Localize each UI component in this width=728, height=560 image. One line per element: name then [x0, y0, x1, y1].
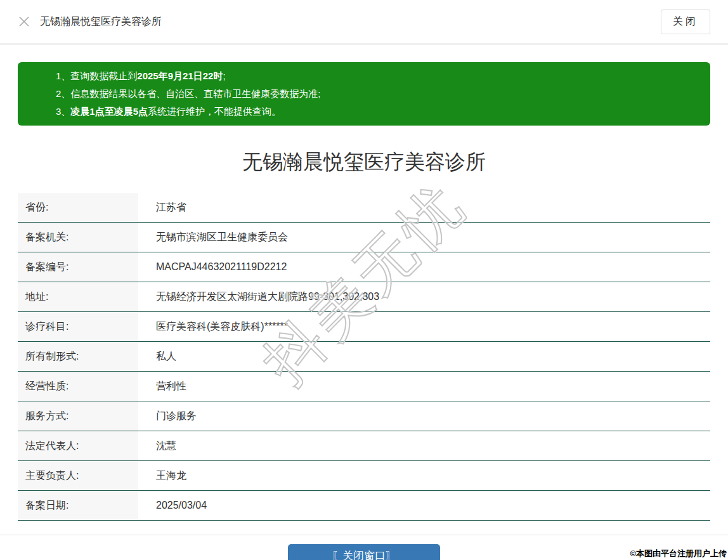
row-label: 法定代表人:	[18, 431, 138, 460]
notice-line-2-pre: 信息数据结果以各省、自治区、直辖市卫生健康委数据为准;	[70, 88, 320, 99]
row-label: 经营性质:	[18, 372, 138, 401]
notice-banner: 1、查询数据截止到2025年9月21日22时; 2、信息数据结果以各省、自治区、…	[18, 62, 710, 126]
row-value: 医疗美容科(美容皮肤科)******	[138, 312, 288, 341]
topbar: 无锡瀚晨悦玺医疗美容诊所 关闭	[0, 0, 728, 45]
window-title: 无锡瀚晨悦玺医疗美容诊所	[40, 15, 162, 29]
table-row-main-person-in-charge: 主要负责人: 王海龙	[18, 461, 710, 491]
row-value: 沈慧	[138, 431, 176, 460]
table-row-filing-authority: 备案机关: 无锡市滨湖区卫生健康委员会	[18, 223, 710, 252]
row-label: 备案编号:	[18, 252, 138, 282]
notice-line-3-bold: 凌晨1点至凌晨5点	[70, 106, 148, 117]
table-row-business-nature: 经营性质: 营利性	[18, 372, 710, 401]
row-value: 营利性	[138, 372, 186, 401]
notice-line-3: 3、凌晨1点至凌晨5点系统进行维护，不能提供查询。	[56, 103, 698, 120]
footer: 〖关闭窗口〗	[0, 535, 728, 560]
notice-line-1-num: 1、	[56, 70, 70, 81]
close-window-button[interactable]: 〖关闭窗口〗	[288, 544, 440, 560]
notice-line-2: 2、信息数据结果以各省、自治区、直辖市卫生健康委数据为准;	[56, 85, 698, 103]
table-row-filing-number: 备案编号: MACPAJ44632021119D2212	[18, 252, 710, 282]
table-row-medical-subjects: 诊疗科目: 医疗美容科(美容皮肤科)******	[18, 312, 710, 342]
table-row-ownership-form: 所有制形式: 私人	[18, 342, 710, 372]
row-label: 服务方式:	[18, 401, 138, 431]
row-value: 2025/03/04	[138, 491, 207, 520]
close-x-icon-svg	[18, 16, 30, 27]
copyright-note: ©本图由平台注册用户上传	[630, 548, 727, 559]
row-label: 备案机关:	[18, 223, 138, 252]
row-value: 私人	[138, 342, 176, 371]
row-label: 地址:	[18, 282, 138, 311]
row-value: 江苏省	[138, 193, 186, 222]
row-value: 王海龙	[138, 461, 186, 490]
row-label: 省份:	[18, 193, 138, 222]
table-row-filing-date: 备案日期: 2025/03/04	[18, 491, 710, 521]
notice-line-1-bold: 2025年9月21日22时	[137, 70, 223, 81]
row-value: 门诊服务	[138, 401, 197, 431]
table-row-province: 省份: 江苏省	[18, 193, 710, 223]
notice-line-1: 1、查询数据截止到2025年9月21日22时;	[56, 67, 698, 85]
row-value: MACPAJ44632021119D2212	[138, 252, 287, 282]
row-label: 备案日期:	[18, 491, 138, 520]
table-row-service-mode: 服务方式: 门诊服务	[18, 401, 710, 431]
row-label: 主要负责人:	[18, 461, 138, 490]
close-button[interactable]: 关闭	[661, 10, 710, 34]
info-table: 省份: 江苏省 备案机关: 无锡市滨湖区卫生健康委员会 备案编号: MACPAJ…	[18, 193, 710, 521]
row-value: 无锡经济开发区太湖街道大剧院路99-301,302,303	[138, 282, 379, 311]
notice-line-1-pre: 查询数据截止到	[70, 70, 137, 81]
close-x-icon[interactable]	[18, 15, 30, 28]
notice-line-2-num: 2、	[56, 88, 70, 99]
row-label: 诊疗科目:	[18, 312, 138, 341]
table-row-legal-representative: 法定代表人: 沈慧	[18, 431, 710, 461]
table-row-address: 地址: 无锡经济开发区太湖街道大剧院路99-301,302,303	[18, 282, 710, 312]
row-label: 所有制形式:	[18, 342, 138, 371]
notice-line-3-num: 3、	[56, 106, 70, 117]
page-title: 无锡瀚晨悦玺医疗美容诊所	[0, 148, 728, 176]
notice-line-3-post: 系统进行维护，不能提供查询。	[148, 106, 281, 117]
notice-line-1-post: ;	[223, 70, 225, 81]
row-value: 无锡市滨湖区卫生健康委员会	[138, 223, 288, 252]
